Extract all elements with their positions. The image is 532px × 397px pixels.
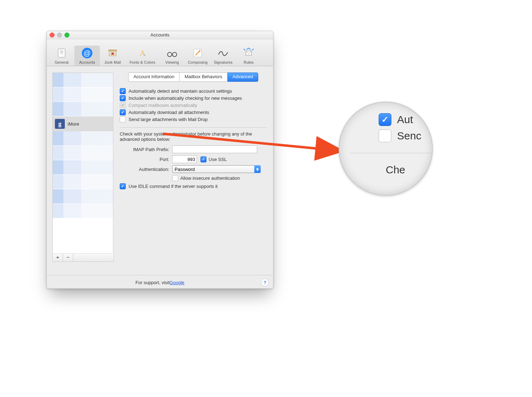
svg-point-9 bbox=[172, 52, 177, 57]
glasses-icon bbox=[166, 47, 178, 59]
tab-mailbox-behaviors[interactable]: Mailbox Behaviors bbox=[179, 73, 227, 82]
remove-account-button[interactable]: − bbox=[63, 254, 73, 261]
account-row-blurred[interactable] bbox=[53, 189, 113, 203]
label-compact: Compact mailboxes automatically bbox=[129, 103, 197, 108]
trash-icon: ✖ bbox=[107, 47, 119, 59]
close-button[interactable] bbox=[50, 33, 55, 38]
add-account-button[interactable]: + bbox=[53, 254, 63, 261]
account-row-blurred[interactable] bbox=[53, 175, 113, 189]
checkbox-idle[interactable] bbox=[120, 183, 126, 189]
pencil-icon bbox=[192, 47, 204, 59]
label-include-new: Include when automatically checking for … bbox=[129, 96, 242, 101]
account-row-selected[interactable]: g iMore bbox=[53, 116, 113, 131]
zoom-lens-content: Aut Senc Che bbox=[339, 102, 433, 176]
traffic-lights bbox=[50, 33, 69, 38]
advanced-note: Check with your system administrator bef… bbox=[120, 131, 267, 142]
label-autodetect: Automatically detect and maintain accoun… bbox=[129, 88, 232, 94]
at-icon: @ bbox=[81, 47, 93, 59]
toolbar-composing[interactable]: Composing bbox=[185, 46, 210, 66]
lens-label-maildrop: Senc bbox=[397, 130, 421, 142]
google-icon: g bbox=[55, 119, 65, 129]
switch-icon bbox=[56, 47, 68, 59]
lens-checkbox-maildrop bbox=[379, 130, 391, 142]
detail-subtabs: Account Information Mailbox Behaviors Ad… bbox=[120, 73, 267, 82]
label-imap-prefix: IMAP Path Prefix: bbox=[120, 147, 172, 152]
toolbar-rules[interactable]: Rules bbox=[236, 46, 261, 66]
prefs-toolbar: General @ Accounts ✖ Junk Mail A Fonts &… bbox=[47, 39, 273, 66]
label-auth: Authentication: bbox=[120, 167, 172, 172]
content: g iMore + − Account Information Mailbox … bbox=[47, 66, 273, 275]
row-idle: Use IDLE command if the server supports … bbox=[120, 183, 267, 189]
toolbar-signatures[interactable]: Signatures bbox=[210, 46, 236, 66]
tab-account-information[interactable]: Account Information bbox=[128, 73, 180, 82]
toolbar-general[interactable]: General bbox=[49, 46, 74, 66]
fonts-icon: A bbox=[136, 47, 148, 59]
svg-rect-1 bbox=[60, 50, 63, 54]
svg-point-8 bbox=[168, 52, 172, 57]
row-imap-prefix: IMAP Path Prefix: bbox=[120, 145, 267, 153]
account-row-blurred[interactable] bbox=[53, 131, 113, 145]
toolbar-viewing[interactable]: Viewing bbox=[159, 46, 185, 66]
account-row-blurred[interactable] bbox=[53, 204, 113, 218]
accounts-list-footer: + − bbox=[52, 253, 114, 262]
input-port[interactable] bbox=[172, 155, 197, 163]
toolbar-junk[interactable]: ✖ Junk Mail bbox=[100, 46, 125, 66]
checkbox-insecure[interactable] bbox=[172, 175, 178, 181]
checkbox-usessl[interactable] bbox=[200, 156, 206, 162]
preferences-window: Accounts General @ Accounts ✖ Junk Mail … bbox=[46, 31, 273, 289]
svg-text:@: @ bbox=[84, 49, 91, 57]
account-row-blurred[interactable] bbox=[53, 73, 113, 87]
input-imap-prefix[interactable] bbox=[172, 145, 257, 153]
signature-icon bbox=[217, 47, 229, 59]
tab-advanced[interactable]: Advanced bbox=[227, 73, 259, 82]
checkbox-autodl[interactable] bbox=[120, 109, 126, 115]
row-autodl: Automatically download all attachments bbox=[120, 109, 267, 115]
row-compact: Compact mailboxes automatically bbox=[120, 102, 267, 108]
checkbox-compact bbox=[120, 102, 126, 108]
account-row-blurred[interactable] bbox=[53, 160, 113, 174]
checkbox-maildrop[interactable] bbox=[120, 116, 126, 122]
zoom-lens: Aut Senc Che bbox=[339, 102, 433, 196]
support-prefix: For support, visit bbox=[135, 280, 169, 285]
help-button[interactable]: ? bbox=[261, 278, 269, 286]
toolbar-accounts[interactable]: @ Accounts bbox=[74, 46, 100, 66]
svg-text:A: A bbox=[140, 48, 146, 58]
separator bbox=[120, 127, 267, 128]
zoom-button[interactable] bbox=[64, 33, 69, 38]
label-usessl: Use SSL bbox=[209, 157, 227, 162]
accounts-sidebar: g iMore + − bbox=[52, 73, 114, 275]
row-insecure: Allow insecure authentication bbox=[120, 175, 267, 181]
account-row-blurred[interactable] bbox=[53, 87, 113, 102]
checkbox-include-new[interactable] bbox=[120, 95, 126, 101]
row-autodetect: Automatically detect and maintain accoun… bbox=[120, 88, 267, 94]
svg-point-11 bbox=[199, 50, 200, 52]
label-maildrop: Send large attachments with Mail Drop bbox=[129, 117, 208, 122]
label-port: Port: bbox=[120, 157, 172, 162]
support-link[interactable]: Google bbox=[170, 280, 185, 285]
row-maildrop: Send large attachments with Mail Drop bbox=[120, 116, 267, 122]
svg-text:✖: ✖ bbox=[111, 51, 114, 56]
label-insecure: Allow insecure authentication bbox=[180, 176, 240, 181]
minimize-button[interactable] bbox=[57, 33, 62, 38]
label-idle: Use IDLE command if the server supports … bbox=[129, 184, 217, 189]
row-auth: Authentication: Password bbox=[120, 165, 267, 173]
account-detail: Account Information Mailbox Behaviors Ad… bbox=[114, 66, 273, 275]
lens-label-check: Che bbox=[386, 164, 433, 176]
account-name: iMore bbox=[68, 121, 79, 127]
label-autodl: Automatically download all attachments bbox=[129, 110, 209, 115]
row-include-new: Include when automatically checking for … bbox=[120, 95, 267, 101]
account-row-blurred[interactable] bbox=[53, 146, 113, 160]
window-footer: For support, visit Google ? bbox=[47, 275, 273, 289]
window-titlebar: Accounts bbox=[47, 31, 273, 39]
select-auth[interactable]: Password bbox=[172, 165, 261, 173]
select-auth-wrap: Password bbox=[172, 165, 261, 173]
lens-label-autodl: Aut bbox=[397, 114, 413, 126]
lens-checkbox-autodl bbox=[379, 113, 391, 126]
row-port: Port: Use SSL bbox=[120, 155, 267, 163]
window-title: Accounts bbox=[151, 32, 169, 38]
accounts-list[interactable]: g iMore bbox=[52, 73, 113, 253]
account-row-blurred[interactable] bbox=[53, 102, 113, 116]
toolbar-fonts-colors[interactable]: A Fonts & Colors bbox=[125, 46, 159, 66]
checkbox-autodetect[interactable] bbox=[120, 88, 126, 94]
rules-icon bbox=[243, 47, 255, 59]
